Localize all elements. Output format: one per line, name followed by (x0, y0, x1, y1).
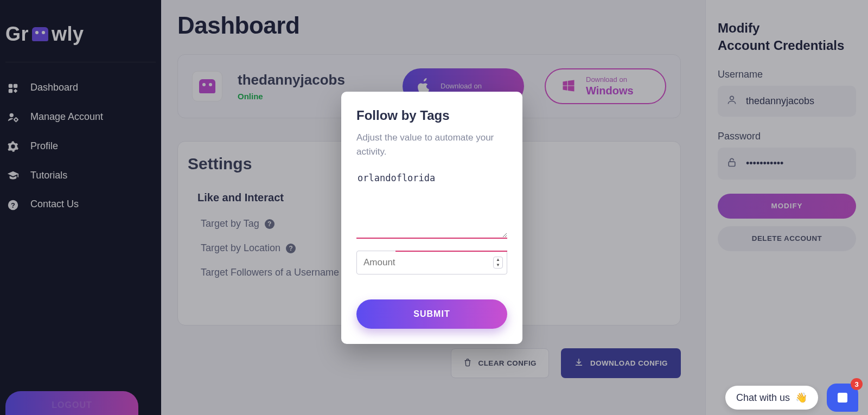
wave-emoji: 👋 (795, 392, 807, 404)
submit-label: SUBMIT (413, 309, 450, 318)
modal-title: Follow by Tags (356, 108, 507, 123)
amount-accent-line (395, 251, 507, 252)
chat-badge: 3 (851, 378, 863, 390)
submit-button[interactable]: SUBMIT (356, 299, 507, 329)
chevron-down-icon[interactable]: ▼ (494, 263, 502, 268)
follow-by-tags-modal: Follow by Tags Adjust the value to autom… (341, 92, 522, 344)
chevron-up-icon[interactable]: ▲ (494, 257, 502, 263)
modal-desc: Adjust the value to automate your activi… (356, 131, 507, 159)
amount-input[interactable] (356, 251, 507, 274)
amount-field-wrap: ▲ ▼ (356, 251, 507, 274)
amount-stepper[interactable]: ▲ ▼ (493, 257, 503, 269)
chat-text: Chat with us (736, 392, 790, 404)
chat-icon (838, 393, 847, 403)
chat-with-us-button[interactable]: Chat with us 👋 (725, 386, 818, 410)
tags-textarea[interactable] (356, 170, 507, 239)
